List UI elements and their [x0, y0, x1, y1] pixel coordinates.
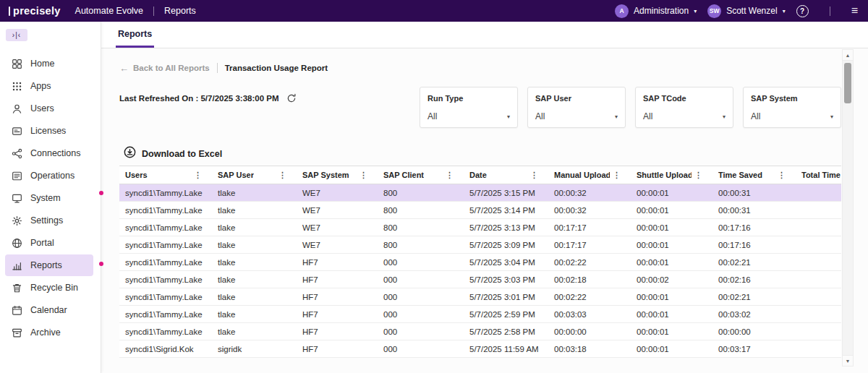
table-cell [796, 236, 841, 254]
refresh-icon[interactable] [286, 93, 297, 103]
user-menu[interactable]: SW Scott Wenzel ▾ [707, 4, 786, 18]
filter-sap-system[interactable]: SAP SystemAll▾ [743, 87, 841, 128]
column-label: Shuttle Upload Time [637, 171, 692, 179]
sidebar-item-connections[interactable]: Connections [5, 142, 93, 164]
table-cell: 00:00:01 [631, 306, 712, 323]
scrollbar-thumb[interactable] [844, 63, 851, 103]
sidebar-item-system[interactable]: System [5, 187, 93, 209]
back-link[interactable]: ← Back to All Reports [119, 64, 210, 73]
column-menu-icon[interactable]: ⋮ [446, 171, 454, 180]
table-row[interactable]: syncdi1\Tammy.LaketlakeWE78005/7/2025 3:… [119, 219, 841, 236]
help-button[interactable]: ? [796, 5, 809, 17]
column-header-sap-client[interactable]: SAP Client⋮ [378, 166, 464, 184]
scroll-up-button[interactable]: ▲ [843, 50, 853, 61]
sidebar-item-label: Reports [30, 260, 62, 270]
column-header-time-saved[interactable]: Time Saved⋮ [712, 166, 796, 184]
table-row[interactable]: syncdi1\Tammy.LaketlakeHF70005/7/2025 3:… [119, 254, 841, 271]
table-cell: WE7 [297, 184, 378, 202]
filter-select[interactable]: All▾ [427, 111, 510, 121]
sidebar-item-reports[interactable]: Reports [5, 254, 93, 276]
menu-button[interactable]: ≡ [851, 5, 858, 17]
report-content: ← Back to All Reports Transaction Usage … [101, 63, 868, 358]
table-row[interactable]: syncdi1\Tammy.LaketlakeHF70005/7/2025 3:… [119, 271, 841, 288]
column-menu-icon[interactable]: ⋮ [194, 171, 202, 180]
table-cell [796, 271, 841, 288]
table-row[interactable]: syncdi1\Sigrid.KoksigridkHF70005/7/2025 … [119, 340, 841, 358]
sidebar-item-home[interactable]: Home [5, 53, 93, 74]
table-cell [796, 184, 841, 202]
topbar-section: Reports [164, 6, 196, 16]
tab-reports[interactable]: Reports [116, 22, 154, 48]
filter-select[interactable]: All▾ [535, 111, 618, 121]
table-cell [796, 219, 841, 236]
sidebar-item-portal[interactable]: Portal [5, 232, 93, 254]
table-body: syncdi1\Tammy.LaketlakeWE78005/7/2025 3:… [119, 184, 841, 358]
sidebar-collapse-button[interactable]: ›|‹ [6, 29, 27, 41]
sidebar-item-recycle-bin[interactable]: Recycle Bin [5, 277, 93, 299]
sidebar-item-users[interactable]: Users [5, 98, 93, 119]
filter-sap-user[interactable]: SAP UserAll▾ [527, 87, 626, 128]
filter-label: SAP System [751, 94, 833, 103]
table-row[interactable]: syncdi1\Tammy.LaketlakeWE78005/7/2025 3:… [119, 184, 841, 202]
column-header-date[interactable]: Date⋮ [464, 166, 548, 184]
table-row[interactable]: syncdi1\Tammy.LaketlakeHF70005/7/2025 2:… [119, 306, 841, 323]
table-cell: 5/7/2025 2:58 PM [464, 323, 548, 340]
table-cell: 00:02:21 [712, 254, 796, 271]
sidebar-item-archive[interactable]: Archive [5, 322, 93, 343]
column-menu-icon[interactable]: ⋮ [359, 171, 367, 180]
table-cell: tlake [212, 271, 297, 288]
column-menu-icon[interactable]: ⋮ [778, 171, 786, 180]
table-row[interactable]: syncdi1\Tammy.LaketlakeHF70005/7/2025 2:… [119, 323, 841, 340]
column-menu-icon[interactable]: ⋮ [694, 171, 702, 180]
users-icon [12, 103, 22, 114]
back-label: Back to All Reports [133, 64, 210, 72]
table-cell: sigridk [212, 340, 297, 358]
filter-select[interactable]: All▾ [751, 111, 833, 121]
column-menu-icon[interactable]: ⋮ [613, 171, 621, 180]
portal-icon [12, 238, 22, 249]
sidebar-menu: HomeAppsUsersLicensesConnectionsOperatio… [0, 53, 101, 344]
filter-select[interactable]: All▾ [643, 111, 726, 121]
sidebar-item-apps[interactable]: Apps [5, 75, 93, 97]
accent-dot [99, 191, 103, 195]
table-cell: 5/7/2025 3:09 PM [464, 236, 548, 254]
table-cell: 00:00:01 [631, 236, 712, 254]
user-name: Scott Wenzel [726, 6, 777, 16]
column-header-shuttle-upload-time[interactable]: Shuttle Upload Time⋮ [631, 166, 712, 184]
column-menu-icon[interactable]: ⋮ [530, 171, 538, 180]
table-cell: WE7 [297, 236, 378, 254]
administration-menu[interactable]: A Administration ▾ [615, 4, 697, 18]
sidebar: ›|‹ HomeAppsUsersLicensesConnectionsOper… [0, 22, 101, 373]
table-cell: 800 [378, 236, 464, 254]
scroll-down-button[interactable]: ▼ [843, 355, 853, 366]
filter-sap-tcode[interactable]: SAP TCodeAll▾ [635, 87, 733, 128]
column-header-total-time-s[interactable]: Total Time S⋮ [796, 166, 841, 184]
table-cell: syncdi1\Tammy.Lake [119, 306, 212, 323]
sidebar-item-calendar[interactable]: Calendar [5, 299, 93, 321]
table-cell: tlake [212, 184, 297, 202]
table-row[interactable]: syncdi1\Tammy.LaketlakeWE78005/7/2025 3:… [119, 202, 841, 219]
sidebar-item-label: System [30, 193, 61, 203]
table-cell: 000 [378, 340, 464, 358]
column-header-manual-upload-time[interactable]: Manual Upload Time⋮ [548, 166, 631, 184]
filter-run-type[interactable]: Run TypeAll▾ [420, 87, 518, 128]
vertical-scrollbar[interactable]: ▲ ▼ [842, 49, 854, 366]
column-menu-icon[interactable]: ⋮ [278, 171, 286, 180]
table-cell: 00:00:00 [548, 323, 631, 340]
table-row[interactable]: syncdi1\Tammy.LaketlakeHF70005/7/2025 3:… [119, 288, 841, 306]
precisely-logo: precisely [9, 5, 61, 17]
table-cell: 00:17:16 [712, 219, 796, 236]
download-to-excel-button[interactable]: Download to Excel [124, 146, 222, 161]
column-header-sap-user[interactable]: SAP User⋮ [212, 166, 297, 184]
sidebar-item-operations[interactable]: Operations [5, 165, 93, 186]
table-row[interactable]: syncdi1\Tammy.LaketlakeWE78005/7/2025 3:… [119, 236, 841, 254]
table-cell: 800 [378, 184, 464, 202]
sidebar-item-licenses[interactable]: Licenses [5, 120, 93, 142]
table-cell [796, 254, 841, 271]
sidebar-item-settings[interactable]: Settings [5, 210, 93, 231]
page-title: Transaction Usage Report [225, 64, 328, 72]
archive-icon [12, 327, 22, 338]
table-cell: tlake [212, 219, 297, 236]
column-header-sap-system[interactable]: SAP System⋮ [297, 166, 378, 184]
column-header-users[interactable]: Users⋮ [119, 166, 212, 184]
